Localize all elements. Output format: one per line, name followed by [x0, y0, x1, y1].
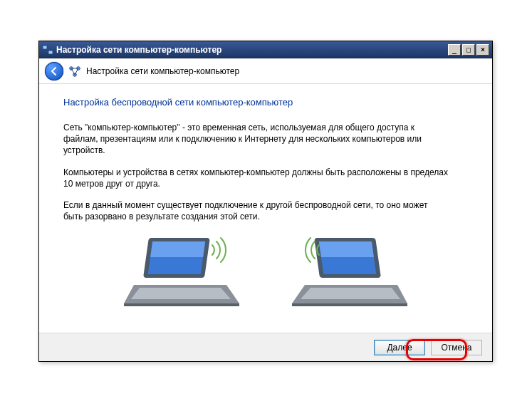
network-wizard-icon [42, 44, 53, 56]
svg-rect-1 [48, 51, 53, 54]
wizard-content: Настройка беспроводной сети компьютер-ко… [39, 84, 492, 333]
svg-rect-7 [150, 241, 205, 257]
wizard-header: Настройка сети компьютер-компьютер [39, 58, 492, 84]
paragraph-2: Компьютеры и устройства в сетях компьюте… [63, 167, 448, 189]
wizard-window: Настройка сети компьютер-компьютер _ □ ×… [38, 41, 493, 362]
titlebar: Настройка сети компьютер-компьютер _ □ × [39, 41, 492, 58]
svg-rect-13 [319, 241, 374, 257]
svg-marker-9 [131, 288, 231, 299]
paragraph-1: Сеть "компьютер-компьютер" - это временн… [63, 122, 448, 157]
wizard-header-title: Настройка сети компьютер-компьютер [86, 66, 239, 76]
back-button[interactable] [45, 62, 63, 80]
maximize-button[interactable]: □ [462, 44, 475, 56]
next-button[interactable]: Далее [374, 340, 425, 355]
laptop-right-icon [291, 232, 412, 311]
arrow-left-icon [49, 66, 59, 76]
window-controls: _ □ × [447, 44, 489, 56]
page-heading: Настройка беспроводной сети компьютер-ко… [63, 97, 468, 108]
svg-marker-16 [292, 303, 407, 306]
svg-marker-10 [124, 303, 239, 306]
laptop-left-icon [120, 232, 241, 311]
close-button[interactable]: × [476, 44, 489, 56]
minimize-button[interactable]: _ [448, 44, 461, 56]
svg-rect-0 [43, 46, 47, 49]
adhoc-network-icon [68, 64, 82, 78]
wizard-button-row: Далее Отмена [39, 333, 492, 361]
paragraph-3: Если в данный момент существует подключе… [63, 199, 448, 222]
window-title: Настройка сети компьютер-компьютер [56, 45, 447, 55]
illustration-laptops [63, 232, 468, 311]
cancel-button[interactable]: Отмена [431, 340, 482, 355]
svg-marker-15 [301, 288, 400, 299]
